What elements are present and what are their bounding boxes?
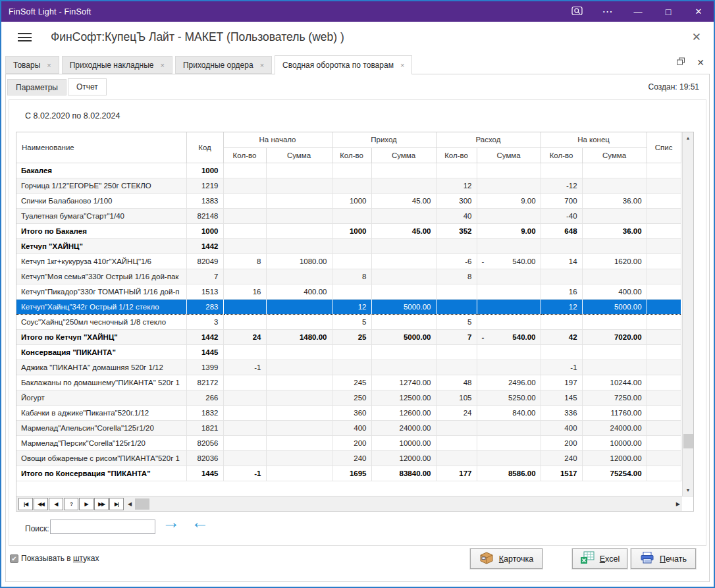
col-header-name[interactable]: Наименование: [16, 132, 186, 163]
tab-close-icon[interactable]: ×: [260, 61, 264, 69]
col-header-sum[interactable]: Сумма: [371, 147, 436, 163]
table-row[interactable]: Бакалея1000: [16, 163, 681, 178]
cell-name: Кетчуп"Пикадор"330г ТОМАТНЫЙ 1/16 дой-п: [16, 284, 186, 299]
table-row[interactable]: Туалетная бумага"Старт"1/408214840-40: [16, 208, 681, 223]
table-row[interactable]: Мармелад"Персик"Corella"125г1/2082056200…: [16, 435, 681, 450]
col-group-begin[interactable]: На начало: [223, 132, 332, 147]
cell-value: 12: [541, 299, 582, 314]
titlebar-search-icon[interactable]: [562, 1, 593, 22]
nav-button-6[interactable]: ▶▶: [94, 498, 109, 510]
nav-button-5[interactable]: ▶: [79, 498, 93, 510]
col-header-qty[interactable]: Кол-во: [436, 147, 477, 163]
cell-value: 36.00: [582, 223, 647, 238]
search-input[interactable]: [50, 520, 155, 534]
tab-2[interactable]: Приходные накладные×: [62, 56, 172, 74]
vertical-scrollbar[interactable]: ▲ ▼: [682, 132, 693, 496]
scroll-down-icon[interactable]: ▼: [683, 485, 693, 495]
cell-value: 250: [332, 390, 371, 405]
table-row[interactable]: Кетчуп 1кг+кукуруза 410г"ХАЙНЦ"1/6820498…: [16, 254, 681, 269]
col-header-qty[interactable]: Кол-во: [332, 147, 371, 163]
horizontal-scroll-thumb[interactable]: [135, 498, 149, 510]
subtab-2[interactable]: Отчет: [68, 78, 107, 95]
col-group-income[interactable]: Приход: [332, 132, 436, 147]
tab-1[interactable]: Товары×: [5, 56, 59, 74]
col-header-sum[interactable]: Сумма: [582, 147, 647, 163]
table-row[interactable]: Мармелад"Апельсин"Corella"125г1/20182140…: [16, 420, 681, 435]
cell-value: 9.00: [477, 193, 541, 208]
menu-button[interactable]: [18, 33, 32, 41]
nav-button-3[interactable]: ◀: [49, 498, 63, 510]
col-group-outcome[interactable]: Расход: [436, 132, 541, 147]
search-prev-icon[interactable]: ←: [191, 512, 209, 533]
cell-value: 10000.00: [371, 435, 436, 450]
col-header-code[interactable]: Код: [186, 132, 223, 163]
col-header-spis[interactable]: Спис: [647, 132, 681, 163]
nav-button-7[interactable]: ▶|: [109, 498, 124, 510]
close-view-icon[interactable]: ✕: [697, 57, 704, 68]
more-options-icon[interactable]: ⋯: [593, 1, 623, 22]
cell-value: [223, 208, 266, 223]
cell-value: [332, 178, 371, 193]
cell-value: [371, 254, 436, 269]
cell-value: -40: [541, 208, 582, 223]
cell-code: 1513: [186, 284, 223, 299]
table-row[interactable]: Овощи обжареные с рисом"ПИКАНТА"520г 182…: [16, 450, 681, 466]
table-row[interactable]: Кетчуп "ХАЙНЦ"1442: [16, 238, 681, 254]
cell-value: [647, 193, 681, 208]
table-row[interactable]: Йогурт26625012500.001055250.001457250.00: [16, 390, 681, 405]
table-row[interactable]: Соус"Хайнц"250мл чесночный 1/8 стекло355: [16, 314, 681, 329]
table-row[interactable]: Кабачки в аджике"Пиканта"520г.1/12183236…: [16, 405, 681, 420]
scroll-right-icon[interactable]: ▶: [676, 501, 680, 507]
cell-value: [266, 420, 332, 435]
restore-window-icon[interactable]: [676, 57, 685, 68]
show-in-pieces-checkbox[interactable]: ✔ Показывать в штуках: [10, 554, 99, 563]
maximize-icon[interactable]: □: [653, 1, 683, 22]
box-button[interactable]: Карточка: [470, 548, 543, 569]
tab-close-icon[interactable]: ×: [400, 61, 404, 69]
scroll-up-icon[interactable]: ▲: [683, 133, 693, 143]
search-next-icon[interactable]: →: [162, 512, 180, 533]
col-header-sum[interactable]: Сумма: [477, 147, 541, 163]
tab-close-icon[interactable]: ×: [161, 61, 165, 69]
nav-button-2[interactable]: ◀◀: [34, 498, 48, 510]
table-row[interactable]: Итого по Кетчуп "ХАЙНЦ"1442241480.002550…: [16, 329, 681, 344]
table-row[interactable]: Кетчуп"Моя семья"330г Острый 1/16 дой-па…: [16, 269, 681, 284]
cell-value: 12600.00: [371, 405, 436, 420]
scroll-left-icon[interactable]: ◀: [124, 501, 135, 507]
cell-value: [371, 344, 436, 360]
minimize-icon[interactable]: —: [623, 1, 653, 22]
col-header-sum[interactable]: Сумма: [266, 147, 332, 163]
col-header-qty[interactable]: Кол-во: [541, 147, 582, 163]
table-row[interactable]: Итого по Консервация "ПИКАНТА"1445-11695…: [16, 466, 681, 481]
table-row[interactable]: Спички Балабаново 1/1001383100045.003009…: [16, 193, 681, 208]
col-header-qty[interactable]: Кол-во: [223, 147, 266, 163]
cell-value: -6: [436, 254, 477, 269]
checkbox-check-icon[interactable]: ✔: [10, 554, 18, 563]
table-row[interactable]: Аджика "ПИКАНТА" домашняя 520г 1/121399-…: [16, 360, 681, 375]
printer-button[interactable]: Печать: [631, 548, 696, 569]
cell-name: Итого по Кетчуп "ХАЙНЦ": [16, 329, 186, 344]
excel-button[interactable]: Excel: [572, 548, 627, 569]
nav-button-1[interactable]: |◀: [18, 498, 33, 510]
app-close-icon[interactable]: ✕: [692, 30, 701, 44]
tab-close-icon[interactable]: ×: [47, 61, 51, 69]
nav-button-4[interactable]: ?: [64, 498, 78, 510]
table-row[interactable]: Кетчуп"Хайнц"342г Острый 1/12 стекло2831…: [16, 299, 681, 314]
cell-code: 82148: [186, 208, 223, 223]
tab-3[interactable]: Приходные ордера×: [175, 56, 272, 74]
close-icon[interactable]: ✕: [683, 1, 714, 22]
table-row[interactable]: Баклажаны по домашнему"ПИКАНТА" 520г 182…: [16, 375, 681, 390]
table-row[interactable]: Итого по Бакалея1000100045.003529.006483…: [16, 223, 681, 238]
subtab-1[interactable]: Параметры: [7, 79, 66, 95]
tab-4[interactable]: Сводная оборотка по товарам×: [275, 55, 412, 74]
table-row[interactable]: Кетчуп"Пикадор"330г ТОМАТНЫЙ 1/16 дой-п1…: [16, 284, 681, 299]
cell-value: [223, 269, 266, 284]
table-row[interactable]: Горчица 1/12"ЕГОРЬЕ" 250г СТЕКЛО121912-1…: [16, 178, 681, 193]
vertical-scroll-thumb[interactable]: [683, 434, 693, 448]
col-group-end[interactable]: На конец: [541, 132, 647, 147]
cell-value: 400.00: [582, 284, 647, 299]
horizontal-scrollbar[interactable]: ◀ ▶: [124, 496, 693, 511]
cell-value: 1000: [332, 193, 371, 208]
cell-name: Кабачки в аджике"Пиканта"520г.1/12: [16, 405, 186, 420]
table-row[interactable]: Консервация "ПИКАНТА"1445: [16, 344, 681, 360]
